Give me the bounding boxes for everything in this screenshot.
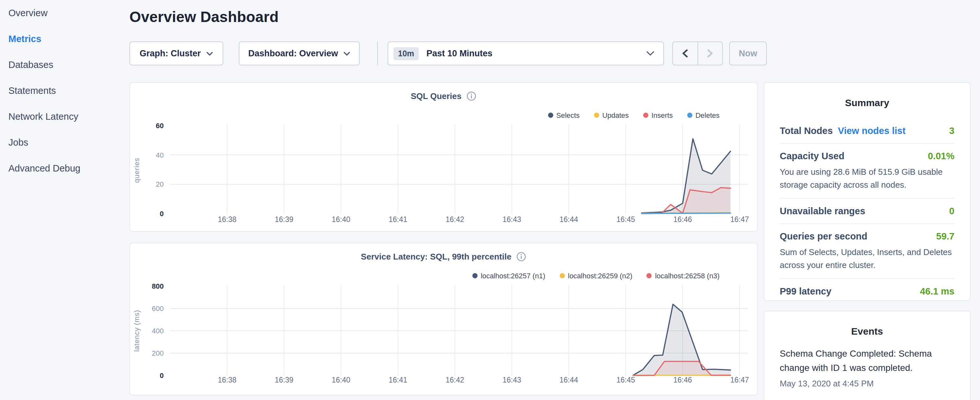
legend-item: localhost:26258 (n3) — [647, 272, 719, 280]
capacity-used-description: You are using 28.6 MiB of 515.9 GiB usab… — [780, 166, 955, 191]
legend-item: Inserts — [643, 112, 673, 119]
service-latency-plot[interactable]: 16:3816:3916:4016:4116:4216:4316:4416:45… — [130, 280, 758, 390]
legend-series-dot — [548, 113, 553, 118]
time-prev-button[interactable] — [673, 42, 698, 65]
p99-latency-value: 46.1 ms — [920, 286, 955, 296]
chevron-down-icon — [207, 51, 213, 55]
sidebar-item-metrics[interactable]: Metrics — [0, 26, 123, 52]
time-range-selector[interactable]: 10m Past 10 Minutes — [388, 41, 664, 65]
svg-text:60: 60 — [156, 122, 164, 130]
time-next-button[interactable] — [698, 42, 722, 65]
chart-title: SQL Queries — [410, 91, 461, 101]
info-icon[interactable] — [467, 91, 477, 101]
svg-text:20: 20 — [156, 180, 164, 188]
svg-text:16:44: 16:44 — [559, 215, 578, 224]
dashboard-dropdown[interactable]: Dashboard: Overview — [239, 41, 360, 65]
service-latency-chart-card: Service Latency: SQL, 99th percentile lo… — [129, 243, 758, 395]
now-button[interactable]: Now — [729, 41, 767, 65]
dashboard-label: Dashboard: Overview — [248, 49, 338, 58]
legend-series-dot — [687, 113, 692, 118]
svg-text:400: 400 — [152, 327, 164, 335]
svg-text:16:43: 16:43 — [503, 376, 521, 384]
legend-series-dot — [647, 273, 652, 278]
summary-row-unavailable-ranges: Unavailable ranges 0 — [780, 199, 955, 224]
sidebar-item-overview[interactable]: Overview — [0, 0, 123, 26]
graph-scope-dropdown[interactable]: Graph: Cluster — [129, 41, 223, 65]
total-nodes-label: Total Nodes — [780, 126, 833, 136]
total-nodes-value: 3 — [949, 126, 955, 136]
chevron-down-icon — [646, 51, 654, 56]
time-window-label: Past 10 Minutes — [426, 49, 492, 58]
summary-row-total-nodes: Total Nodes View nodes list 3 — [780, 118, 955, 144]
svg-text:16:38: 16:38 — [218, 376, 237, 384]
capacity-used-value: 0.01% — [928, 151, 955, 161]
svg-text:16:39: 16:39 — [275, 376, 293, 384]
svg-text:600: 600 — [152, 304, 164, 312]
event-timestamp: May 13, 2020 at 4:45 PM — [780, 379, 955, 389]
time-window-badge: 10m — [393, 47, 418, 60]
svg-text:40: 40 — [156, 151, 164, 159]
p99-latency-label: P99 latency — [780, 286, 832, 296]
event-list-item[interactable]: Schema Change Completed: Schema change w… — [780, 347, 955, 389]
sql-queries-chart-card: SQL Queries SelectsUpdatesInsertsDeletes… — [129, 82, 758, 232]
svg-text:16:46: 16:46 — [673, 215, 692, 224]
queries-per-second-value: 59.7 — [936, 231, 955, 241]
svg-text:16:40: 16:40 — [332, 376, 350, 384]
svg-text:16:42: 16:42 — [445, 215, 464, 224]
chart-legend: SelectsUpdatesInsertsDeletes — [548, 112, 719, 119]
controls-bar: Graph: Cluster Dashboard: Overview 10m P… — [129, 41, 758, 65]
sql-queries-plot[interactable]: 16:3816:3916:4016:4116:4216:4316:4416:45… — [130, 120, 758, 230]
legend-item: localhost:26257 (n1) — [473, 272, 545, 280]
svg-text:16:46: 16:46 — [673, 376, 692, 384]
view-nodes-list-link[interactable]: View nodes list — [838, 126, 905, 136]
svg-text:16:39: 16:39 — [275, 215, 293, 224]
page-title: Overview Dashboard — [129, 8, 278, 26]
queries-per-second-description: Sum of Selects, Updates, Inserts, and De… — [780, 246, 955, 271]
queries-per-second-label: Queries per second — [780, 231, 867, 241]
legend-item: localhost:26259 (n2) — [559, 272, 632, 280]
chevron-down-icon — [344, 51, 350, 55]
sidebar-item-jobs[interactable]: Jobs — [0, 129, 123, 155]
legend-series-label: localhost:26258 (n3) — [655, 272, 719, 280]
summary-row-capacity: Capacity Used 0.01% You are using 28.6 M… — [780, 144, 955, 199]
svg-text:200: 200 — [152, 349, 164, 357]
legend-series-label: localhost:26257 (n1) — [481, 272, 545, 280]
info-icon[interactable] — [517, 252, 527, 261]
svg-text:latency (ms): latency (ms) — [133, 310, 141, 351]
chevron-right-icon — [707, 49, 713, 57]
sidebar-item-statements[interactable]: Statements — [0, 78, 123, 104]
summary-heading: Summary — [780, 97, 955, 108]
chart-legend: localhost:26257 (n1)localhost:26259 (n2)… — [473, 272, 719, 280]
svg-text:16:45: 16:45 — [616, 376, 635, 384]
summary-row-qps: Queries per second 59.7 Sum of Selects, … — [780, 224, 955, 279]
events-heading: Events — [780, 325, 955, 336]
legend-item: Deletes — [687, 112, 719, 119]
svg-text:16:38: 16:38 — [218, 215, 237, 224]
summary-row-p99: P99 latency 46.1 ms — [780, 279, 955, 304]
sidebar-item-databases[interactable]: Databases — [0, 52, 123, 78]
time-pager — [672, 41, 723, 65]
now-button-label: Now — [739, 49, 757, 58]
sidebar-item-network-latency[interactable]: Network Latency — [0, 104, 123, 129]
svg-text:16:41: 16:41 — [388, 376, 407, 384]
svg-text:16:45: 16:45 — [616, 215, 635, 224]
svg-text:16:41: 16:41 — [388, 215, 407, 224]
unavailable-ranges-value: 0 — [949, 206, 955, 216]
legend-item: Selects — [548, 112, 579, 119]
legend-series-dot — [473, 273, 477, 278]
svg-text:16:47: 16:47 — [730, 215, 749, 224]
legend-series-label: localhost:26259 (n2) — [568, 272, 632, 280]
sidebar: Overview Metrics Databases Statements Ne… — [0, 0, 123, 181]
svg-text:16:47: 16:47 — [730, 376, 749, 384]
capacity-used-label: Capacity Used — [780, 151, 845, 161]
graph-scope-label: Graph: Cluster — [140, 49, 200, 58]
legend-series-label: Updates — [602, 112, 628, 119]
legend-series-dot — [643, 113, 648, 118]
svg-text:0: 0 — [160, 210, 164, 218]
svg-text:queries: queries — [133, 158, 141, 183]
svg-text:16:40: 16:40 — [332, 215, 350, 224]
legend-item: Updates — [594, 112, 628, 119]
db-console-page: Overview Metrics Databases Statements Ne… — [0, 0, 980, 400]
sidebar-item-advanced-debug[interactable]: Advanced Debug — [0, 155, 123, 181]
chart-title: Service Latency: SQL, 99th percentile — [361, 252, 511, 261]
